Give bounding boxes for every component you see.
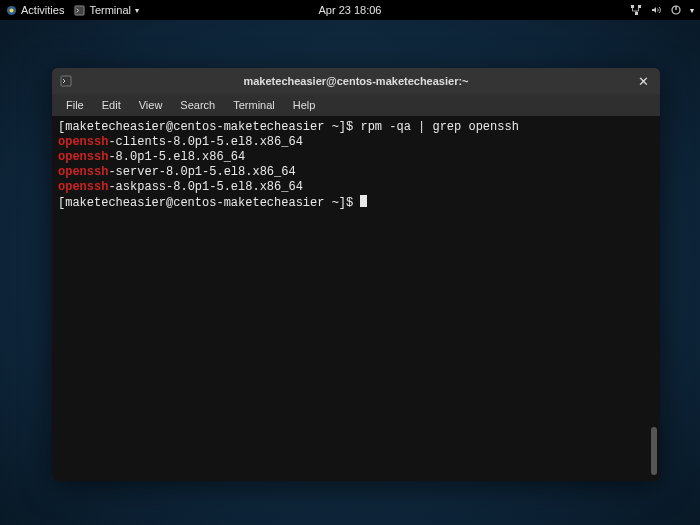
svg-rect-2 (75, 5, 84, 14)
grep-match: openssh (58, 135, 108, 149)
menu-view[interactable]: View (131, 97, 171, 113)
volume-icon[interactable] (650, 4, 662, 16)
svg-rect-4 (635, 12, 638, 15)
power-icon[interactable] (670, 4, 682, 16)
window-titlebar[interactable]: maketecheasier@centos-maketecheasier:~ ✕ (52, 68, 660, 94)
scrollbar-thumb[interactable] (651, 427, 657, 475)
prompt: [maketecheasier@centos-maketecheasier ~]… (58, 120, 360, 134)
close-icon: ✕ (638, 74, 649, 89)
svg-point-1 (9, 8, 13, 12)
app-menu-label: Terminal (89, 4, 131, 16)
output-line: -8.0p1-5.el8.x86_64 (108, 150, 245, 164)
gnome-top-panel: Activities Terminal ▾ Apr 23 18:06 ▾ (0, 0, 700, 20)
menu-search[interactable]: Search (172, 97, 223, 113)
svg-rect-5 (638, 5, 641, 8)
terminal-icon (60, 75, 72, 87)
chevron-down-icon: ▾ (135, 6, 139, 15)
output-line: -server-8.0p1-5.el8.x86_64 (108, 165, 295, 179)
window-title: maketecheasier@centos-maketecheasier:~ (243, 75, 468, 87)
activities-button[interactable]: Activities (6, 4, 64, 16)
cursor (360, 195, 367, 207)
menubar: File Edit View Search Terminal Help (52, 94, 660, 116)
output-line: -clients-8.0p1-5.el8.x86_64 (108, 135, 302, 149)
activities-label: Activities (21, 4, 64, 16)
command-text: rpm -qa | grep openssh (360, 120, 518, 134)
chevron-down-icon[interactable]: ▾ (690, 6, 694, 15)
menu-help[interactable]: Help (285, 97, 324, 113)
menu-file[interactable]: File (58, 97, 92, 113)
output-line: -askpass-8.0p1-5.el8.x86_64 (108, 180, 302, 194)
svg-rect-8 (61, 76, 71, 86)
svg-rect-3 (631, 5, 634, 8)
terminal-icon (74, 5, 85, 16)
terminal-viewport[interactable]: [maketecheasier@centos-maketecheasier ~]… (52, 116, 660, 481)
menu-terminal[interactable]: Terminal (225, 97, 283, 113)
prompt: [maketecheasier@centos-maketecheasier ~]… (58, 196, 360, 210)
grep-match: openssh (58, 180, 108, 194)
menu-edit[interactable]: Edit (94, 97, 129, 113)
app-menu-button[interactable]: Terminal ▾ (74, 4, 139, 16)
network-icon[interactable] (630, 4, 642, 16)
clock-button[interactable]: Apr 23 18:06 (319, 4, 382, 16)
grep-match: openssh (58, 150, 108, 164)
close-button[interactable]: ✕ (634, 74, 652, 89)
grep-match: openssh (58, 165, 108, 179)
clock-label: Apr 23 18:06 (319, 4, 382, 16)
terminal-window: maketecheasier@centos-maketecheasier:~ ✕… (52, 68, 660, 481)
distro-logo-icon (6, 5, 17, 16)
